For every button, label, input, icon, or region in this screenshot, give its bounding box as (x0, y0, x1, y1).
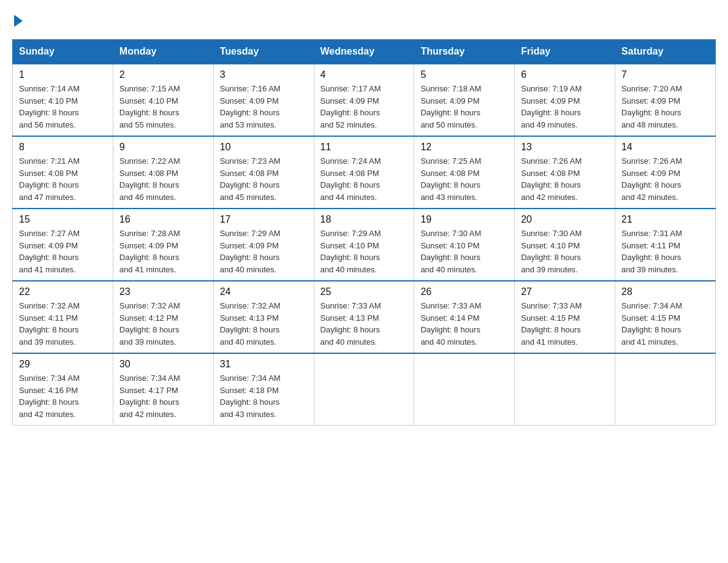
day-info: Sunrise: 7:26 AM Sunset: 4:08 PM Dayligh… (521, 155, 609, 203)
calendar-cell: 18 Sunrise: 7:29 AM Sunset: 4:10 PM Dayl… (314, 209, 414, 281)
day-info: Sunrise: 7:34 AM Sunset: 4:16 PM Dayligh… (19, 372, 107, 420)
day-number: 17 (220, 214, 308, 225)
day-number: 13 (521, 142, 609, 153)
day-info: Sunrise: 7:33 AM Sunset: 4:13 PM Dayligh… (320, 300, 408, 348)
calendar-week-row: 15 Sunrise: 7:27 AM Sunset: 4:09 PM Dayl… (13, 209, 716, 281)
day-number: 23 (119, 286, 207, 297)
calendar-cell: 27 Sunrise: 7:33 AM Sunset: 4:15 PM Dayl… (515, 281, 615, 353)
day-info: Sunrise: 7:20 AM Sunset: 4:09 PM Dayligh… (621, 83, 709, 131)
calendar-header-monday: Monday (113, 40, 213, 64)
day-info: Sunrise: 7:21 AM Sunset: 4:08 PM Dayligh… (19, 155, 107, 203)
day-number: 16 (119, 214, 207, 225)
calendar-cell: 22 Sunrise: 7:32 AM Sunset: 4:11 PM Dayl… (13, 281, 113, 353)
day-number: 30 (119, 359, 207, 370)
calendar-cell: 19 Sunrise: 7:30 AM Sunset: 4:10 PM Dayl… (414, 209, 515, 281)
day-info: Sunrise: 7:26 AM Sunset: 4:09 PM Dayligh… (621, 155, 709, 203)
calendar-cell: 23 Sunrise: 7:32 AM Sunset: 4:12 PM Dayl… (113, 281, 213, 353)
calendar-cell: 11 Sunrise: 7:24 AM Sunset: 4:08 PM Dayl… (314, 136, 414, 209)
day-number: 29 (19, 359, 107, 370)
calendar-cell: 6 Sunrise: 7:19 AM Sunset: 4:09 PM Dayli… (515, 64, 615, 136)
day-info: Sunrise: 7:28 AM Sunset: 4:09 PM Dayligh… (119, 228, 207, 275)
day-number: 22 (19, 286, 107, 297)
day-number: 24 (220, 286, 308, 297)
day-info: Sunrise: 7:33 AM Sunset: 4:14 PM Dayligh… (420, 300, 508, 348)
calendar-cell (314, 353, 414, 426)
calendar-cell (414, 353, 515, 426)
calendar-cell: 16 Sunrise: 7:28 AM Sunset: 4:09 PM Dayl… (113, 209, 213, 281)
day-info: Sunrise: 7:29 AM Sunset: 4:09 PM Dayligh… (220, 228, 308, 275)
day-info: Sunrise: 7:24 AM Sunset: 4:08 PM Dayligh… (320, 155, 408, 203)
day-number: 25 (320, 286, 408, 297)
day-info: Sunrise: 7:34 AM Sunset: 4:18 PM Dayligh… (220, 372, 308, 420)
day-info: Sunrise: 7:30 AM Sunset: 4:10 PM Dayligh… (521, 228, 609, 275)
day-number: 20 (521, 214, 609, 225)
calendar-cell: 12 Sunrise: 7:25 AM Sunset: 4:08 PM Dayl… (414, 136, 515, 209)
calendar-week-row: 22 Sunrise: 7:32 AM Sunset: 4:11 PM Dayl… (13, 281, 716, 353)
day-number: 9 (119, 142, 207, 153)
day-info: Sunrise: 7:18 AM Sunset: 4:09 PM Dayligh… (420, 83, 508, 131)
day-number: 7 (621, 69, 709, 80)
calendar-cell: 14 Sunrise: 7:26 AM Sunset: 4:09 PM Dayl… (615, 136, 716, 209)
calendar-cell: 17 Sunrise: 7:29 AM Sunset: 4:09 PM Dayl… (213, 209, 314, 281)
day-info: Sunrise: 7:32 AM Sunset: 4:11 PM Dayligh… (19, 300, 107, 348)
calendar-cell: 2 Sunrise: 7:15 AM Sunset: 4:10 PM Dayli… (113, 64, 213, 136)
day-info: Sunrise: 7:32 AM Sunset: 4:13 PM Dayligh… (220, 300, 308, 348)
day-number: 5 (420, 69, 508, 80)
calendar-header-row: SundayMondayTuesdayWednesdayThursdayFrid… (13, 40, 716, 64)
day-info: Sunrise: 7:31 AM Sunset: 4:11 PM Dayligh… (621, 228, 709, 275)
calendar-cell: 5 Sunrise: 7:18 AM Sunset: 4:09 PM Dayli… (414, 64, 515, 136)
day-info: Sunrise: 7:15 AM Sunset: 4:10 PM Dayligh… (119, 83, 207, 131)
calendar-cell: 1 Sunrise: 7:14 AM Sunset: 4:10 PM Dayli… (13, 64, 113, 136)
calendar-week-row: 29 Sunrise: 7:34 AM Sunset: 4:16 PM Dayl… (13, 353, 716, 426)
day-info: Sunrise: 7:23 AM Sunset: 4:08 PM Dayligh… (220, 155, 308, 203)
page-header (12, 12, 716, 27)
day-info: Sunrise: 7:16 AM Sunset: 4:09 PM Dayligh… (220, 83, 308, 131)
day-info: Sunrise: 7:32 AM Sunset: 4:12 PM Dayligh… (119, 300, 207, 348)
calendar-cell: 13 Sunrise: 7:26 AM Sunset: 4:08 PM Dayl… (515, 136, 615, 209)
logo-arrow-icon (14, 15, 23, 27)
day-number: 12 (420, 142, 508, 153)
day-number: 10 (220, 142, 308, 153)
day-info: Sunrise: 7:29 AM Sunset: 4:10 PM Dayligh… (320, 228, 408, 275)
day-number: 15 (19, 214, 107, 225)
calendar-cell: 24 Sunrise: 7:32 AM Sunset: 4:13 PM Dayl… (213, 281, 314, 353)
calendar-cell (515, 353, 615, 426)
day-number: 27 (521, 286, 609, 297)
calendar-cell: 20 Sunrise: 7:30 AM Sunset: 4:10 PM Dayl… (515, 209, 615, 281)
calendar-cell: 29 Sunrise: 7:34 AM Sunset: 4:16 PM Dayl… (13, 353, 113, 426)
calendar-cell: 10 Sunrise: 7:23 AM Sunset: 4:08 PM Dayl… (213, 136, 314, 209)
calendar-cell: 7 Sunrise: 7:20 AM Sunset: 4:09 PM Dayli… (615, 64, 716, 136)
day-info: Sunrise: 7:30 AM Sunset: 4:10 PM Dayligh… (420, 228, 508, 275)
calendar-header-wednesday: Wednesday (314, 40, 414, 64)
day-info: Sunrise: 7:33 AM Sunset: 4:15 PM Dayligh… (521, 300, 609, 348)
day-info: Sunrise: 7:19 AM Sunset: 4:09 PM Dayligh… (521, 83, 609, 131)
calendar-cell: 4 Sunrise: 7:17 AM Sunset: 4:09 PM Dayli… (314, 64, 414, 136)
day-number: 3 (220, 69, 308, 80)
calendar-cell: 21 Sunrise: 7:31 AM Sunset: 4:11 PM Dayl… (615, 209, 716, 281)
day-info: Sunrise: 7:14 AM Sunset: 4:10 PM Dayligh… (19, 83, 107, 131)
day-number: 18 (320, 214, 408, 225)
day-number: 26 (420, 286, 508, 297)
calendar-header-saturday: Saturday (615, 40, 716, 64)
calendar-week-row: 1 Sunrise: 7:14 AM Sunset: 4:10 PM Dayli… (13, 64, 716, 136)
calendar-header-thursday: Thursday (414, 40, 515, 64)
day-info: Sunrise: 7:17 AM Sunset: 4:09 PM Dayligh… (320, 83, 408, 131)
calendar-cell: 8 Sunrise: 7:21 AM Sunset: 4:08 PM Dayli… (13, 136, 113, 209)
day-number: 2 (119, 69, 207, 80)
calendar-table: SundayMondayTuesdayWednesdayThursdayFrid… (12, 39, 716, 426)
calendar-week-row: 8 Sunrise: 7:21 AM Sunset: 4:08 PM Dayli… (13, 136, 716, 209)
calendar-cell: 30 Sunrise: 7:34 AM Sunset: 4:17 PM Dayl… (113, 353, 213, 426)
day-number: 1 (19, 69, 107, 80)
day-number: 6 (521, 69, 609, 80)
calendar-cell: 3 Sunrise: 7:16 AM Sunset: 4:09 PM Dayli… (213, 64, 314, 136)
calendar-cell: 31 Sunrise: 7:34 AM Sunset: 4:18 PM Dayl… (213, 353, 314, 426)
day-number: 8 (19, 142, 107, 153)
calendar-header-sunday: Sunday (13, 40, 113, 64)
day-info: Sunrise: 7:22 AM Sunset: 4:08 PM Dayligh… (119, 155, 207, 203)
calendar-header-friday: Friday (515, 40, 615, 64)
day-number: 14 (621, 142, 709, 153)
calendar-cell: 15 Sunrise: 7:27 AM Sunset: 4:09 PM Dayl… (13, 209, 113, 281)
day-number: 21 (621, 214, 709, 225)
calendar-cell: 26 Sunrise: 7:33 AM Sunset: 4:14 PM Dayl… (414, 281, 515, 353)
day-number: 4 (320, 69, 408, 80)
